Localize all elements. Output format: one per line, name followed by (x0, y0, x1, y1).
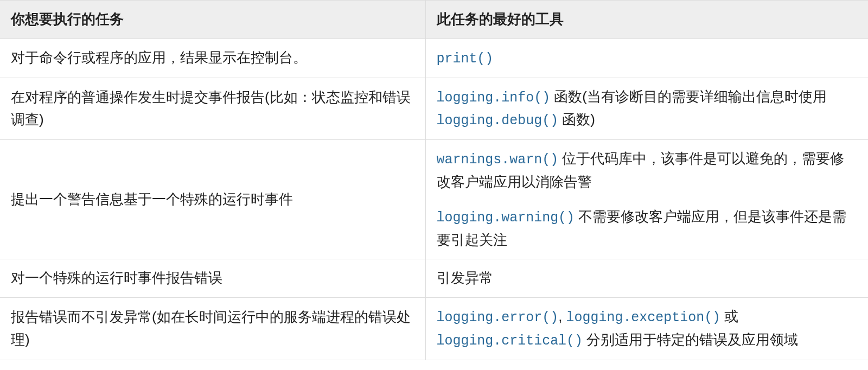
tool-cell: 引发异常 (425, 259, 868, 298)
table-row: 对一个特殊的运行时事件报告错误 引发异常 (0, 259, 868, 298)
text: 引发异常 (437, 270, 493, 286)
text: 函数(当有诊断目的需要详细输出信息时使用 (550, 88, 827, 105)
task-cell: 对于命令行或程序的应用，结果显示在控制台。 (0, 39, 425, 78)
tool-cell: warnings.warn() 位于代码库中，该事件是可以避免的，需要修改客户端… (425, 140, 868, 259)
code-logging-exception: logging.exception() (566, 310, 721, 325)
task-cell: 在对程序的普通操作发生时提交事件报告(比如：状态监控和错误调查) (0, 78, 425, 140)
tool-cell: logging.error(), logging.exception() 或 l… (425, 297, 868, 360)
code-logging-critical: logging.critical() (437, 333, 583, 348)
tool-cell: print() (425, 39, 868, 78)
code-logging-warning: logging.warning() (437, 210, 575, 225)
task-cell: 提出一个警告信息基于一个特殊的运行时事件 (0, 140, 425, 259)
table-row: 报告错误而不引发异常(如在长时间运行中的服务端进程的错误处理) logging.… (0, 297, 868, 360)
code-logging-error: logging.error() (437, 310, 559, 325)
code-logging-debug: logging.debug() (437, 113, 559, 128)
tool-cell: logging.info() 函数(当有诊断目的需要详细输出信息时使用 logg… (425, 78, 868, 140)
code-print: print() (437, 51, 494, 66)
code-warnings-warn: warnings.warn() (437, 152, 559, 167)
task-cell: 报告错误而不引发异常(如在长时间运行中的服务端进程的错误处理) (0, 297, 425, 360)
logging-guide-table: 你想要执行的任务 此任务的最好的工具 对于命令行或程序的应用，结果显示在控制台。… (0, 0, 868, 360)
header-task: 你想要执行的任务 (0, 1, 425, 39)
table-row: 提出一个警告信息基于一个特殊的运行时事件 warnings.warn() 位于代… (0, 140, 868, 259)
task-cell: 对一个特殊的运行时事件报告错误 (0, 259, 425, 298)
text: , (558, 308, 566, 324)
header-tool: 此任务的最好的工具 (425, 1, 868, 39)
table-row: 在对程序的普通操作发生时提交事件报告(比如：状态监控和错误调查) logging… (0, 78, 868, 140)
table-header-row: 你想要执行的任务 此任务的最好的工具 (0, 1, 868, 39)
text: 或 (720, 308, 738, 324)
table-row: 对于命令行或程序的应用，结果显示在控制台。 print() (0, 39, 868, 78)
text: 函数) (558, 111, 595, 127)
text: 分别适用于特定的错误及应用领域 (583, 331, 798, 348)
code-logging-info: logging.info() (437, 90, 551, 105)
